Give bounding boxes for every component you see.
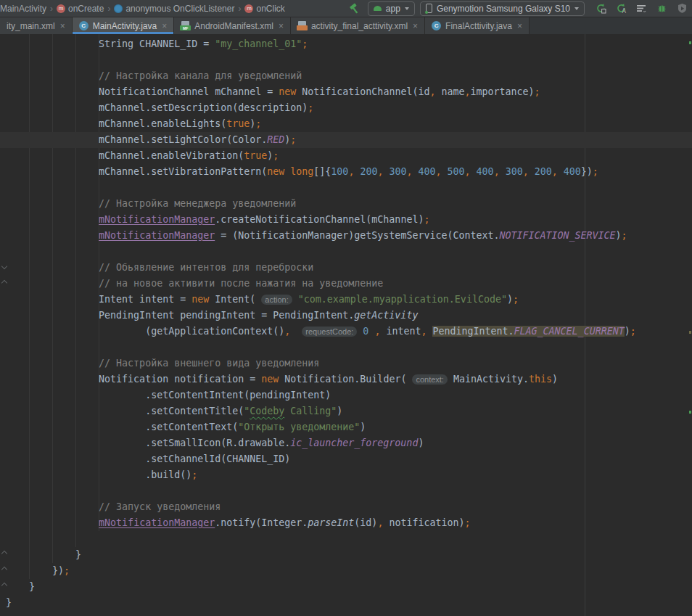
tab-mainactivity-java[interactable]: C MainActivity.java × xyxy=(73,17,175,34)
code-line: (getApplicationContext(), requestCode: 0… xyxy=(0,324,692,340)
tab-label: MainActivity.java xyxy=(93,21,157,31)
phone-icon xyxy=(426,4,432,13)
method-icon: m xyxy=(244,4,253,13)
show-log-icon[interactable] xyxy=(636,3,647,14)
code-line: mChannel.setDescription(description); xyxy=(0,100,692,116)
run-config-select[interactable]: app xyxy=(368,1,415,16)
code-line: mChannel.setLightColor(Color.RED); xyxy=(0,132,692,148)
tab-androidmanifest-xml[interactable]: MF AndroidManifest.xml × xyxy=(174,17,291,34)
run-config-label: app xyxy=(386,4,400,14)
tab-label: activity_final_acttivity.xml xyxy=(311,21,408,31)
tab-finalacttivity-java[interactable]: C FinalActtivity.java × xyxy=(425,17,530,34)
code-line: mNotificationManager.createNotificationC… xyxy=(0,212,692,228)
close-icon[interactable]: × xyxy=(162,22,167,30)
code-line xyxy=(0,180,692,196)
close-icon[interactable]: × xyxy=(413,22,418,30)
code-line: // на новое активити после нажатия на ув… xyxy=(0,276,692,292)
code-line: .setSmallIcon(R.drawable.ic_launcher_for… xyxy=(0,435,692,451)
code-line: PendingIntent pendingIntent = PendingInt… xyxy=(0,308,692,324)
code-line: mChannel.setVibrationPattern(new long[]{… xyxy=(0,164,692,180)
manifest-file-icon: MF xyxy=(181,21,190,30)
chevron-down-icon xyxy=(574,7,579,10)
method-icon: m xyxy=(57,4,65,13)
svg-text:A: A xyxy=(622,8,626,14)
scrollbar-mark xyxy=(689,331,691,334)
tab-label: ity_main.xml xyxy=(7,21,55,31)
code-editor[interactable]: String CHANNEL_ID = "my_channel_01"; // … xyxy=(0,34,692,616)
breadcrumb-separator-icon: › xyxy=(238,4,241,14)
breadcrumb-class[interactable]: MainActivity xyxy=(0,4,46,14)
android-studio-window: MainActivity › m onCreate › anonymous On… xyxy=(0,0,692,616)
close-icon[interactable]: × xyxy=(517,22,522,30)
breadcrumb-separator-icon: › xyxy=(107,4,110,14)
code-line: Intent intent = new Intent( action: "com… xyxy=(0,292,692,308)
apply-code-changes-icon[interactable]: A xyxy=(616,3,627,14)
code-line: } xyxy=(0,579,692,595)
code-line xyxy=(0,483,692,499)
code-line: mNotificationManager = (NotificationMana… xyxy=(0,228,692,244)
code-line: // Запуск уведомления xyxy=(0,499,692,515)
code-line xyxy=(0,531,692,547)
rerun-icon[interactable] xyxy=(596,3,606,14)
java-class-icon: C xyxy=(79,21,88,30)
scrollbar-mark xyxy=(689,411,691,414)
code-line: .setChannelId(CHANNEL_ID) xyxy=(0,451,692,467)
code-area: String CHANNEL_ID = "my_channel_01"; // … xyxy=(0,34,692,611)
code-line: NotificationChannel mChannel = new Notif… xyxy=(0,84,692,100)
code-line: // Настройка менеджера уведомлений xyxy=(0,196,692,212)
debug-icon[interactable] xyxy=(656,3,667,14)
editor-tab-bar: ity_main.xml × C MainActivity.java × MF … xyxy=(0,17,692,34)
chevron-down-icon xyxy=(405,7,409,10)
code-line: .setContentText("Открыть уведомление") xyxy=(0,419,692,435)
build-hammer-icon[interactable] xyxy=(349,3,361,15)
code-line: .build(); xyxy=(0,467,692,483)
breadcrumb: MainActivity › m onCreate › anonymous On… xyxy=(0,4,346,14)
device-select[interactable]: Genymotion Samsung Galaxy S10 xyxy=(420,1,585,16)
code-line xyxy=(0,244,692,260)
profile-icon[interactable] xyxy=(677,3,688,14)
layout-xml-icon xyxy=(297,21,307,30)
code-line: }); xyxy=(0,563,692,579)
android-icon xyxy=(374,6,382,11)
scrollbar-mark xyxy=(689,41,691,44)
code-line: } xyxy=(0,547,692,563)
navigation-toolbar: MainActivity › m onCreate › anonymous On… xyxy=(0,0,692,17)
code-line: // Настройка внешнего вида уведомления xyxy=(0,356,692,371)
code-line: String CHANNEL_ID = "my_channel_01"; xyxy=(0,36,692,52)
code-line: .setContentTitle("Codeby Calling") xyxy=(0,403,692,419)
code-line: Notification notification = new Notifica… xyxy=(0,371,692,387)
code-line: // Настройка канала для уведомлений xyxy=(0,68,692,84)
tab-activity-final-acttivity-xml[interactable]: activity_final_acttivity.xml × xyxy=(291,17,425,34)
breadcrumb-separator-icon: › xyxy=(50,4,53,14)
close-icon[interactable]: × xyxy=(279,22,284,30)
code-line: mNotificationManager.notify(Integer.pars… xyxy=(0,515,692,531)
close-icon[interactable]: × xyxy=(60,22,65,30)
breadcrumb-onclick[interactable]: onClick xyxy=(256,4,284,14)
java-class-icon: C xyxy=(432,21,441,30)
code-line: // Обьявление интентов для переброски xyxy=(0,260,692,276)
code-line xyxy=(0,340,692,356)
tab-label: FinalActtivity.java xyxy=(445,21,512,31)
anonymous-class-icon xyxy=(114,4,123,13)
code-line: mChannel.enableVibration(true); xyxy=(0,148,692,164)
tab-activity-main-xml[interactable]: ity_main.xml × xyxy=(0,17,73,34)
tab-label: AndroidManifest.xml xyxy=(194,21,273,31)
breadcrumb-anonymous-listener[interactable]: anonymous OnClickListener xyxy=(125,4,234,14)
device-label: Genymotion Samsung Galaxy S10 xyxy=(437,4,570,14)
breadcrumb-oncreate[interactable]: onCreate xyxy=(68,4,104,14)
code-line xyxy=(0,52,692,68)
code-line: .setContentIntent(pendingIntent) xyxy=(0,387,692,403)
code-line: } xyxy=(0,595,692,611)
code-line: mChannel.enableLights(true); xyxy=(0,116,692,132)
